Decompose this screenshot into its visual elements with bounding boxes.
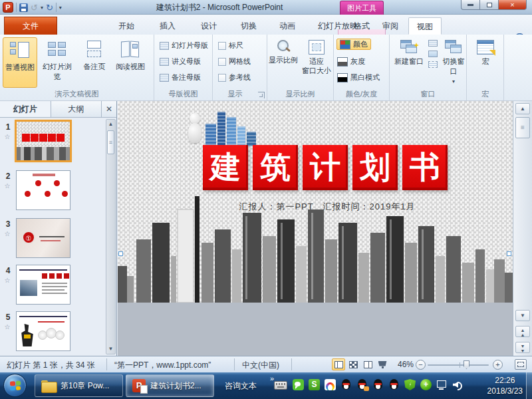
qq-icon-3[interactable] <box>372 379 384 390</box>
slideshow-shortcut[interactable] <box>376 358 389 370</box>
selection-handle-right[interactable] <box>507 251 511 256</box>
slide-thumbnail-row-4[interactable]: 4 ☆ <box>0 265 104 310</box>
panel-close-icon[interactable]: ✕ <box>102 101 116 117</box>
show-desktop-button[interactable] <box>526 372 532 399</box>
powerpoint-app-icon[interactable]: P <box>3 2 13 13</box>
normal-view-shortcut[interactable] <box>332 358 345 370</box>
tab-format[interactable]: 格式 <box>340 17 383 35</box>
scroll-up-icon[interactable]: ▲ <box>106 120 115 129</box>
slide-master-button[interactable]: 幻灯片母版 <box>160 40 208 51</box>
macros-button[interactable]: 宏 <box>468 37 503 88</box>
zoom-slider-track[interactable] <box>428 364 489 366</box>
guides-checkbox[interactable]: 参考线 <box>218 72 251 83</box>
ruler-checkbox[interactable]: 标尺 <box>218 40 243 51</box>
reading-view-shortcut[interactable] <box>361 358 374 370</box>
keyboard-icon[interactable] <box>274 381 287 390</box>
zoom-out-button[interactable]: − <box>416 360 426 370</box>
taskbar-folder-button[interactable]: 第10章 Pow... <box>35 374 123 397</box>
slide-thumbnail[interactable] <box>16 121 70 161</box>
language-indicator[interactable]: 中文(中国) <box>242 360 279 371</box>
move-split-icon[interactable] <box>428 61 438 68</box>
panel-scrollbar[interactable]: ▲ ▼ <box>106 119 116 354</box>
zoom-percentage[interactable]: 46% <box>398 360 414 369</box>
notes-master-icon <box>160 74 169 82</box>
city-skyline-image[interactable] <box>118 196 513 356</box>
clock-time: 22:26 <box>487 375 523 386</box>
vertical-scrollbar[interactable]: ▲ ▼ ▲▲ ▼▼ <box>513 101 532 356</box>
slide-thumbnail-row-3[interactable]: 3 ☆ ① <box>0 218 104 263</box>
slide-sorter-button[interactable]: 幻灯片浏览 <box>40 37 74 88</box>
black-white-button[interactable]: 黑白模式 <box>337 72 380 83</box>
qq-icon-2[interactable] <box>356 379 368 390</box>
restore-button[interactable] <box>480 0 499 10</box>
slide-thumbnail[interactable] <box>16 265 70 305</box>
slide-canvas[interactable]: 建 筑 计 划 书 汇报人：第一PPT 汇报时间：2019年1月 <box>118 101 513 356</box>
arrange-all-icon[interactable] <box>428 40 438 47</box>
slide-thumbnail[interactable]: ① <box>16 218 70 258</box>
new-window-button[interactable]: 新建窗口 <box>391 37 427 88</box>
scroll-up-icon[interactable]: ▲ <box>515 103 530 114</box>
normal-view-button[interactable]: 普通视图 <box>3 37 37 88</box>
next-slide-button[interactable]: ▼▼ <box>515 342 530 353</box>
slide-thumbnail[interactable] <box>16 170 70 210</box>
tab-insert[interactable]: 插入 <box>148 17 188 35</box>
view-shortcut-buttons <box>332 358 389 370</box>
save-icon[interactable] <box>19 3 28 12</box>
slide-thumbnail-row-5[interactable]: 5 ☆ <box>0 311 104 356</box>
tab-transitions[interactable]: 切换 <box>230 17 267 35</box>
group-window: 新建窗口 切换窗口 ▾ 窗口 <box>390 35 467 100</box>
notes-page-button[interactable]: 备注页 <box>80 37 109 88</box>
slide-thumbnail-row-2[interactable]: 2 ☆ <box>0 170 104 215</box>
zoom-button[interactable]: 显示比例 <box>267 37 299 88</box>
selection-handle-left[interactable] <box>118 251 123 256</box>
network-icon[interactable] <box>436 379 448 390</box>
reading-view-button[interactable]: 阅读视图 <box>113 37 148 88</box>
language-bar[interactable]: 咨询文本 <box>219 374 262 397</box>
fit-slide-to-window-button[interactable] <box>515 359 527 370</box>
start-button[interactable] <box>3 374 27 397</box>
rainbow-app-icon[interactable] <box>325 379 336 390</box>
slide-thumbnail[interactable] <box>16 311 70 351</box>
fit-to-window-button[interactable]: 适应 窗口大小 <box>301 37 332 88</box>
cascade-icon[interactable] <box>428 51 438 57</box>
undo-dropdown-icon[interactable]: ▾ <box>41 5 43 11</box>
checkbox-icon <box>218 58 226 66</box>
slide-title[interactable]: 建 筑 计 划 书 <box>203 145 448 190</box>
slide-sorter-shortcut[interactable] <box>346 358 360 370</box>
undo-icon[interactable]: ↺ <box>31 3 38 12</box>
zoom-slider-thumb[interactable] <box>464 360 469 369</box>
tab-file[interactable]: 文件 <box>4 17 57 35</box>
tab-animations[interactable]: 动画 <box>269 17 306 35</box>
scroll-thumb[interactable] <box>515 117 530 138</box>
qq-icon-1[interactable] <box>340 379 352 390</box>
grayscale-button[interactable]: 灰度 <box>337 56 365 67</box>
qq-icon-4[interactable] <box>388 379 400 390</box>
volume-icon[interactable] <box>452 379 464 390</box>
scroll-down-icon[interactable]: ▼ <box>515 310 530 321</box>
window-small-buttons <box>428 40 438 68</box>
close-button[interactable]: × <box>499 0 527 10</box>
wechat-icon[interactable] <box>293 379 304 390</box>
outline-tab[interactable]: 大纲 <box>51 101 102 117</box>
gridlines-checkbox[interactable]: 网格线 <box>218 56 251 67</box>
notes-master-button[interactable]: 备注母版 <box>160 72 201 83</box>
sogou-icon[interactable]: S <box>309 379 320 390</box>
security-shield-icon[interactable] <box>404 379 416 390</box>
taskbar-clock[interactable]: 22:26 2018/3/23 <box>487 375 523 396</box>
slide-thumbnail-row-1[interactable]: 1 ☆ <box>0 121 104 166</box>
dialog-launcher-icon[interactable] <box>258 92 265 98</box>
scroll-down-icon[interactable]: ▼ <box>106 344 115 354</box>
previous-slide-button[interactable]: ▲▲ <box>515 326 530 337</box>
tab-home[interactable]: 开始 <box>106 17 146 35</box>
tab-view[interactable]: 视图 <box>408 17 442 35</box>
zoom-in-button[interactable]: + <box>493 360 503 370</box>
handout-master-button[interactable]: 讲义母版 <box>160 56 201 67</box>
antivirus-ball-icon[interactable] <box>420 379 432 390</box>
scroll-thumb[interactable] <box>107 130 114 154</box>
tab-design[interactable]: 设计 <box>189 17 229 35</box>
slides-tab[interactable]: 幻灯片 <box>0 101 51 117</box>
switch-windows-button[interactable]: 切换窗口 ▾ <box>440 37 467 88</box>
color-button[interactable]: 颜色 <box>336 39 371 50</box>
minimize-button[interactable] <box>461 0 480 10</box>
taskbar-powerpoint-button[interactable]: P 建筑计划书2... <box>126 374 214 397</box>
